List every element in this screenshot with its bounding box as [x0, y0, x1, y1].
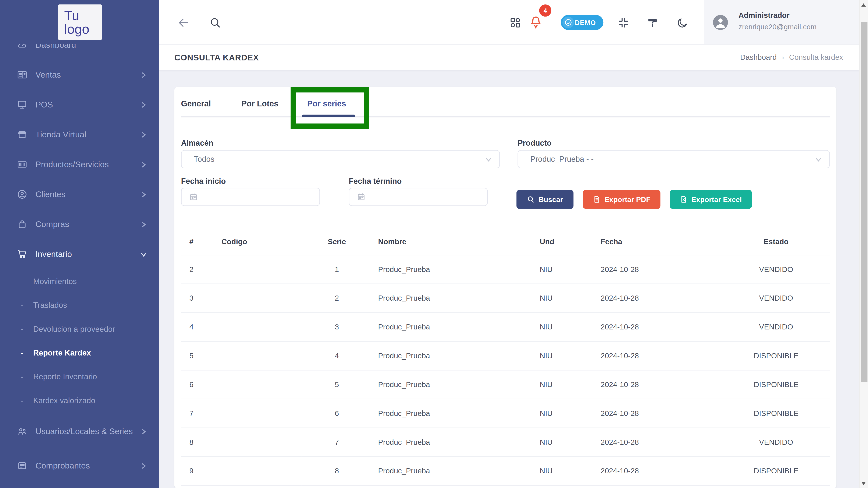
table-row: 21Produc_PruebaNIU2024-10-28VENDIDO	[181, 255, 830, 284]
tab-por-lotes[interactable]: Por Lotes	[241, 99, 278, 108]
tab-por-series[interactable]: Por series	[307, 99, 346, 108]
breadcrumb: Dashboard › Consulta kardex	[740, 53, 843, 61]
table-cell-und: NIU	[540, 428, 595, 457]
tab-general[interactable]: General	[181, 99, 211, 108]
fecha-inicio-label: Fecha inicio	[181, 177, 226, 185]
back-arrow-icon[interactable]	[177, 17, 189, 29]
notification-count-badge[interactable]: 4	[539, 4, 551, 17]
table-header-row: #CodigoSerieNombreUndFechaEstado	[181, 228, 830, 255]
user-name: Administrador	[739, 11, 789, 19]
table-cell-fecha: 2024-10-28	[595, 399, 722, 428]
table-cell-estado: DISPONIBLE	[722, 370, 830, 399]
sidebar-item-label: Usuarios/Locales & Series	[35, 426, 141, 436]
table-cell-nombre: Produc_Prueba	[372, 399, 540, 428]
column-header-und: Und	[540, 228, 595, 255]
table-cell-serie: 5	[302, 370, 372, 399]
table-cell-serie: 4	[302, 341, 372, 370]
sidebar-item-inventario[interactable]: Inventario	[0, 239, 159, 269]
table-cell-num: 8	[181, 428, 221, 457]
sidebar-item-tienda-virtual[interactable]: Tienda Virtual	[0, 120, 159, 149]
column-header-codigo: Codigo	[221, 228, 302, 255]
chevron-right-icon	[141, 161, 147, 167]
table-cell-und: NIU	[540, 370, 595, 399]
sidebar-subitem-kardex-valorizado[interactable]: - Kardex valorizado	[0, 388, 159, 412]
consulta-kardex-page: Tu logo Dashboard Ventas	[0, 0, 868, 488]
breadcrumb-current: Consulta kardex	[789, 53, 843, 61]
dark-mode-moon-icon[interactable]	[676, 17, 688, 29]
user-circle-icon	[17, 189, 28, 200]
table-cell-nombre: Produc_Prueba	[372, 313, 540, 341]
chevron-down-icon	[141, 251, 147, 257]
notifications-bell-icon[interactable]	[529, 14, 541, 27]
exportar-excel-button[interactable]: Exportar Excel	[670, 190, 752, 209]
table-cell-estado: DISPONIBLE	[722, 341, 830, 370]
table-cell-serie: 3	[302, 313, 372, 341]
scrollbar-up-arrow-icon[interactable]	[862, 3, 866, 7]
fecha-termino-input[interactable]	[349, 188, 488, 206]
chevron-down-icon	[485, 156, 492, 163]
sidebar-subitem-label: Movimientos	[33, 277, 77, 285]
buscar-button[interactable]: Buscar	[517, 190, 574, 209]
search-icon[interactable]	[209, 17, 221, 29]
sidebar-subitem-devolucion-proveedor[interactable]: - Devolucion a proveedor	[0, 317, 159, 340]
sidebar-subitem-traslados[interactable]: - Traslados	[0, 293, 159, 317]
sidebar-item-productos-servicios[interactable]: Productos/Servicios	[0, 149, 159, 179]
sidebar-item-label: Compras	[35, 219, 141, 229]
sidebar-subitem-label: Kardex valorizado	[33, 396, 95, 404]
producto-select[interactable]: Produc_Prueba - -	[518, 150, 830, 168]
sidebar-item-pos[interactable]: POS	[0, 90, 159, 120]
kardex-card: General Por Lotes Por series Almacén Tod…	[175, 87, 836, 488]
table-cell-estado: VENDIDO	[722, 255, 830, 284]
sidebar-item-usuarios-locales-series[interactable]: Usuarios/Locales & Series	[0, 412, 159, 451]
sidebar-subitem-label: Reporte Kardex	[33, 348, 91, 357]
table-cell-fecha: 2024-10-28	[595, 370, 722, 399]
table-cell-serie: 1	[302, 255, 372, 284]
demo-badge[interactable]: DEMO	[561, 15, 603, 30]
apps-grid-icon[interactable]	[509, 17, 521, 29]
table-cell-codigo	[221, 370, 302, 399]
calendar-icon	[189, 192, 198, 202]
page-scrollbar[interactable]	[859, 0, 868, 488]
almacen-select[interactable]: Todos	[181, 150, 500, 168]
app-logo[interactable]: Tu logo	[58, 4, 102, 40]
column-header-nombre: Nombre	[372, 228, 540, 255]
table-cell-codigo	[221, 284, 302, 313]
table-cell-codigo	[221, 255, 302, 284]
pdf-file-icon	[593, 195, 601, 203]
sidebar-subitem-movimientos[interactable]: - Movimientos	[0, 269, 159, 293]
scrollbar-down-arrow-icon[interactable]	[862, 482, 866, 485]
paint-roller-icon[interactable]	[647, 17, 659, 29]
scrollbar-thumb[interactable]	[861, 22, 867, 382]
table-row: 65Produc_PruebaNIU2024-10-28DISPONIBLE	[181, 370, 830, 399]
table-cell-und: NIU	[540, 341, 595, 370]
sidebar-item-clientes[interactable]: Clientes	[0, 179, 159, 209]
sidebar-item-label: POS	[35, 100, 141, 110]
table-cell-estado: DISPONIBLE	[722, 457, 830, 485]
fecha-inicio-input[interactable]	[181, 188, 320, 206]
buscar-label: Buscar	[539, 195, 563, 204]
sidebar-subitem-label: Devolucion a proveedor	[33, 324, 115, 333]
exportar-pdf-button[interactable]: Exportar PDF	[583, 190, 660, 209]
chevron-right-icon	[141, 463, 147, 469]
sidebar-item-label: Tienda Virtual	[35, 129, 141, 140]
table-cell-num: 6	[181, 370, 221, 399]
sidebar-item-comprobantes[interactable]: Comprobantes	[0, 451, 159, 481]
breadcrumb-separator-icon: ›	[782, 53, 784, 61]
producto-value: Produc_Prueba - -	[530, 155, 594, 163]
table-cell-nombre: Produc_Prueba	[372, 370, 540, 399]
table-cell-und: NIU	[540, 399, 595, 428]
sidebar-item-ventas[interactable]: Ventas	[0, 60, 159, 90]
table-cell-fecha: 2024-10-28	[595, 255, 722, 284]
user-menu[interactable]: Administrador zrenrique20@gmail.com	[704, 0, 860, 44]
sidebar-subitem-reporte-kardex[interactable]: - Reporte Kardex	[0, 341, 159, 364]
sidebar-item-compras[interactable]: Compras	[0, 209, 159, 239]
table-row: 98Produc_PruebaNIU2024-10-28DISPONIBLE	[181, 457, 830, 485]
sidebar-item-dashboard[interactable]: Dashboard	[0, 44, 159, 60]
dash-icon: -	[21, 348, 33, 357]
sidebar-subitem-reporte-inventario[interactable]: - Reporte Inventario	[0, 364, 159, 388]
page-title-bar: CONSULTA KARDEX Dashboard › Consulta kar…	[159, 44, 860, 70]
breadcrumb-dashboard[interactable]: Dashboard	[740, 53, 777, 61]
table-cell-codigo	[221, 428, 302, 457]
gauge-icon	[17, 44, 28, 50]
compress-icon[interactable]	[617, 17, 629, 29]
